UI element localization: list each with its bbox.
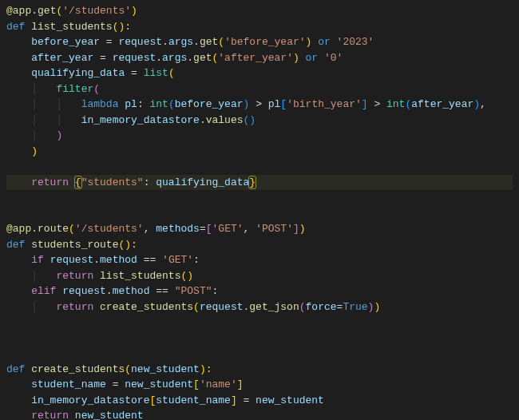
code-line: │ │ in_memory_datastore.values(): [6, 114, 256, 126]
code-line: student_name = new_student['name']: [6, 378, 244, 390]
code-line: def list_students():: [6, 21, 131, 33]
code-line: │ return create_students(request.get_jso…: [6, 301, 380, 313]
code-line: def create_students(new_student):: [6, 363, 212, 375]
code-line: ): [6, 145, 38, 157]
code-line: return new_student: [6, 410, 144, 420]
code-line: if request.method == 'GET':: [6, 254, 200, 266]
code-line: [6, 332, 13, 344]
code-line: │ │ lambda pl: int(before_year) > pl['bi…: [6, 98, 486, 110]
code-line: [6, 316, 13, 328]
code-line: before_year = request.args.get('before_y…: [6, 36, 374, 48]
code-editor[interactable]: @app.get('/students') def list_students(…: [0, 0, 519, 420]
code-line: │ return list_students(): [6, 270, 193, 282]
code-line: @app.get('/students'): [6, 5, 137, 17]
code-line-highlighted: return {"students": qualifying_data}: [6, 175, 513, 191]
code-line: qualifying_data = list(: [6, 67, 175, 79]
code-line: [6, 192, 13, 204]
code-line: @app.route('/students', methods=['GET', …: [6, 223, 306, 235]
code-line: [6, 208, 13, 220]
code-line: │ ): [6, 129, 62, 141]
code-line: [6, 347, 13, 359]
code-line: elif request.method == "POST":: [6, 285, 218, 297]
code-line: in_memory_datastore[student_name] = new_…: [6, 394, 324, 406]
code-line: [6, 160, 13, 172]
code-line: after_year = request.args.get('after_yea…: [6, 52, 343, 64]
code-line: │ filter(: [6, 83, 100, 95]
code-line: def students_route():: [6, 239, 137, 251]
